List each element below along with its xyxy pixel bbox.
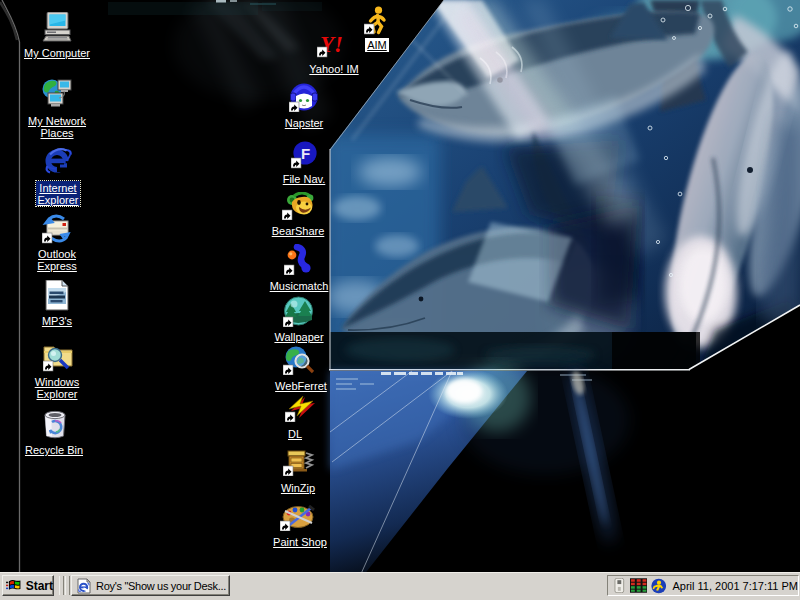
svg-text:F: F — [301, 145, 310, 162]
